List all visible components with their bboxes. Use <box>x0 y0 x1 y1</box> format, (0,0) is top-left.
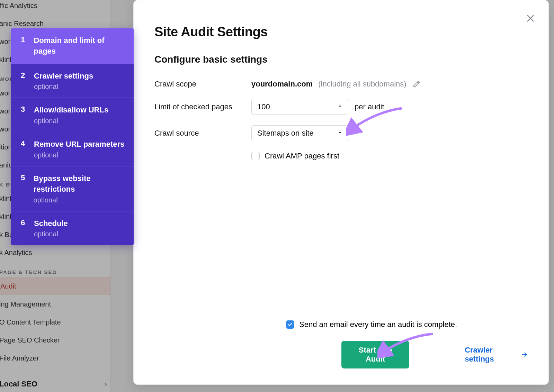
modal-title: Site Audit Settings <box>154 25 517 39</box>
email-notify-label: Send an email every time an audit is com… <box>299 320 457 329</box>
check-icon <box>287 322 293 327</box>
crawler-settings-link-label: Crawler settings <box>465 346 517 364</box>
wizard-step-title: Domain and limit of pages <box>34 35 125 57</box>
wizard-step-6[interactable]: 6 Schedule optional <box>11 211 134 245</box>
wizard-step-optional: optional <box>34 230 68 238</box>
wizard-step-title: Allow/disallow URLs <box>34 105 108 116</box>
wizard-step-num: 1 <box>21 35 26 57</box>
modal-subtitle: Configure basic settings <box>154 54 517 65</box>
limit-pages-label: Limit of checked pages <box>154 102 251 111</box>
pencil-icon <box>413 80 420 88</box>
wizard-step-2[interactable]: 2 Crawler settings optional <box>11 64 134 98</box>
wizard-steps-panel: 1 Domain and limit of pages 2 Crawler se… <box>11 28 134 245</box>
close-button[interactable] <box>524 11 537 25</box>
limit-pages-row: Limit of checked pages 100 per audit <box>154 99 517 115</box>
wizard-step-optional: optional <box>34 196 125 204</box>
wizard-step-num: 5 <box>21 173 26 204</box>
wizard-step-title: Remove URL parameters <box>34 139 124 150</box>
crawl-scope-label: Crawl scope <box>154 80 251 89</box>
wizard-step-num: 3 <box>21 105 26 125</box>
limit-pages-select[interactable]: 100 <box>251 99 348 115</box>
email-notify-checkbox[interactable] <box>286 320 294 329</box>
email-notify-row: Send an email every time an audit is com… <box>286 320 528 329</box>
wizard-step-optional: optional <box>34 151 124 159</box>
site-audit-settings-modal: Site Audit Settings Configure basic sett… <box>133 0 549 385</box>
crawl-source-label: Crawl source <box>154 129 251 138</box>
crawl-scope-note: (including all subdomains) <box>318 80 406 89</box>
start-site-audit-button[interactable]: Start Site Audit <box>341 341 409 368</box>
crawl-scope-domain: yourdomain.com <box>251 80 313 89</box>
chevron-down-icon <box>337 102 343 111</box>
wizard-step-title: Crawler settings <box>34 71 93 82</box>
wizard-step-5[interactable]: 5 Bypass website restrictions optional <box>11 166 134 211</box>
wizard-step-title: Schedule <box>34 218 68 229</box>
crawl-source-row: Crawl source Sitemaps on site <box>154 125 517 141</box>
arrow-right-icon <box>521 351 528 358</box>
chevron-down-icon <box>337 129 343 138</box>
wizard-step-1[interactable]: 1 Domain and limit of pages <box>11 28 134 64</box>
wizard-step-3[interactable]: 3 Allow/disallow URLs optional <box>11 98 134 132</box>
crawl-amp-checkbox[interactable] <box>251 152 260 160</box>
crawl-scope-row: Crawl scope yourdomain.com (including al… <box>154 80 517 89</box>
wizard-step-num: 6 <box>21 218 26 238</box>
per-audit-label: per audit <box>355 102 384 111</box>
crawl-amp-row: Crawl AMP pages first <box>251 152 517 161</box>
crawl-amp-label: Crawl AMP pages first <box>265 152 339 161</box>
close-icon <box>526 13 535 23</box>
crawl-source-value: Sitemaps on site <box>257 129 314 138</box>
wizard-step-4[interactable]: 4 Remove URL parameters optional <box>11 132 134 166</box>
wizard-step-num: 4 <box>21 139 26 159</box>
wizard-step-optional: optional <box>34 117 108 125</box>
limit-pages-value: 100 <box>257 102 270 111</box>
crawler-settings-link[interactable]: Crawler settings <box>465 346 528 364</box>
wizard-step-num: 2 <box>21 71 26 91</box>
crawl-source-select[interactable]: Sitemaps on site <box>251 125 348 141</box>
wizard-step-title: Bypass website restrictions <box>34 173 125 195</box>
edit-crawl-scope-button[interactable] <box>413 80 420 88</box>
wizard-step-optional: optional <box>34 83 93 91</box>
